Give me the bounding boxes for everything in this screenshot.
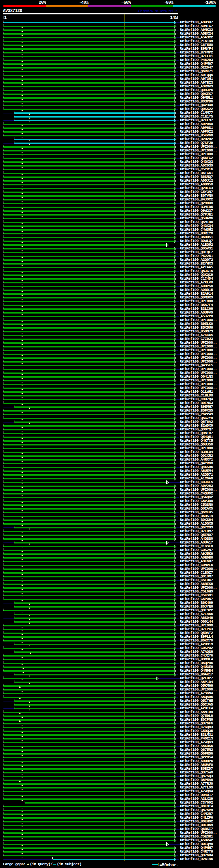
svg-text:AV387120: AV387120 <box>3 8 23 13</box>
svg-text:~100%: ~100% <box>204 0 216 5</box>
svg-text:(in Query)/: (in Query)/ <box>30 862 53 866</box>
svg-text:=50char.: =50char. <box>159 863 179 868</box>
svg-text:1: 1 <box>4 15 7 20</box>
svg-text:20%: 20% <box>39 0 46 5</box>
svg-text:145: 145 <box>170 15 178 20</box>
svg-text:UniRef100_O26146: UniRef100_O26146 <box>180 857 213 861</box>
svg-text:~60%: ~60% <box>121 0 131 5</box>
svg-text:~80%: ~80% <box>164 0 173 5</box>
svg-text:Large gaps:: Large gaps: <box>3 862 26 866</box>
svg-text:(in Subject): (in Subject) <box>57 862 81 866</box>
svg-text:AlignView.pm Beta rel.7: AlignView.pm Beta rel.7 <box>138 10 177 13</box>
svg-text:~40%: ~40% <box>79 0 89 5</box>
